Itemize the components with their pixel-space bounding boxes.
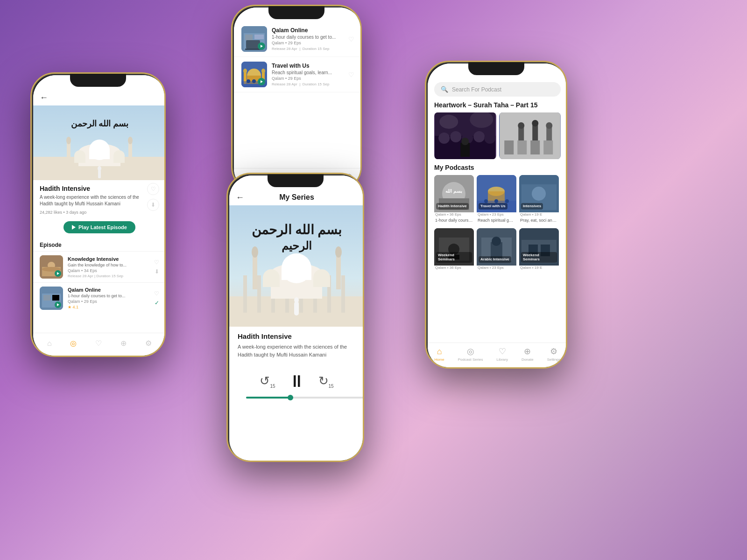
p1-back-button[interactable]: ← — [40, 93, 48, 103]
svg-point-113 — [492, 237, 501, 246]
episode-2-heart-icon[interactable]: ♡ — [154, 290, 159, 297]
p1-hero-image: بسم الله الرحمن — [33, 105, 166, 180]
episode-2-thumbnail — [40, 287, 63, 310]
episode-1-download-icon[interactable]: ⬇ — [155, 268, 159, 275]
p1-nav-donate[interactable]: ⊕ — [120, 339, 127, 348]
play-latest-episode-button[interactable]: Play Latest Episode — [63, 221, 135, 233]
episode-1-play-dot — [55, 270, 61, 277]
p2-screen: Qalam Online 1-hour daily courses to get… — [234, 7, 362, 92]
p4-nav-library[interactable]: ♡ Library — [497, 346, 508, 362]
podcast-2-info: Travel with Us Reach spiritual goals, le… — [272, 63, 344, 86]
podcast-list-item-1[interactable]: Qalam Online 1-hour daily courses to get… — [234, 21, 362, 57]
episode-1-heart-icon[interactable]: ♡ — [154, 259, 159, 266]
podcast-1-info: Qalam Online 1-hour daily courses to get… — [272, 27, 344, 51]
svg-point-100 — [484, 199, 488, 203]
episode-2-check-icon[interactable]: ✓ — [155, 300, 159, 306]
svg-point-75 — [484, 133, 495, 144]
p1-podcast-desc: A week-long experience with the sciences… — [40, 194, 142, 207]
p4-nav-podcast-series[interactable]: ◎ Podcast Series — [458, 346, 483, 362]
p4-podcast-label: Podcast Series — [458, 357, 483, 362]
p4-podcast-image-6: Weekend Seminars — [519, 228, 559, 266]
p4-podcast-2-eps: Qalam • 23 Eps — [477, 212, 516, 217]
phone-2-notch — [268, 6, 324, 19]
podcast-2-heart[interactable]: ♡ — [348, 71, 354, 78]
podcast-1-desc: 1-hour daily courses to get to... — [272, 35, 344, 40]
svg-point-38 — [261, 69, 265, 73]
p4-podcast-card-5[interactable]: Arabic Intensive Qalam • 23 Eps — [477, 228, 516, 270]
p4-podcast-5-label: Arabic Intensive — [479, 256, 511, 263]
episode-2-sub: Qalam • 29 Eps — [68, 299, 149, 304]
p3-forward-button[interactable]: ↻15 — [318, 374, 334, 389]
episode-1-actions: ♡ ⬇ — [154, 259, 159, 275]
svg-point-91 — [546, 122, 552, 129]
svg-text:بسم الله الرحمن: بسم الله الرحمن — [252, 223, 342, 238]
episode-item-2[interactable]: Qalam Online 1-hour daily courses to get… — [33, 282, 166, 314]
p4-nav-home[interactable]: ⌂ Home — [434, 347, 444, 362]
phone-3-notch — [268, 174, 324, 187]
svg-point-77 — [461, 138, 469, 145]
podcast-1-title: Qalam Online — [272, 27, 344, 34]
p4-home-label: Home — [434, 357, 444, 362]
p4-podcast-card-3[interactable]: Intensives Qalam • 19 E Pray, eat, soci … — [519, 175, 559, 224]
episode-item-1[interactable]: Knowledge Intensive Gain the knowledge o… — [33, 251, 166, 282]
p1-nav-library[interactable]: ♡ — [95, 339, 102, 348]
p4-podcast-4-label: Weekend Seminars — [436, 252, 472, 263]
p4-nav-donate[interactable]: ⊕ Donate — [521, 346, 534, 362]
p3-progress-bar[interactable] — [246, 397, 364, 399]
p3-header: ← My Series — [229, 190, 364, 205]
podcast-list-item-2[interactable]: Travel with Us Reach spiritual goals, le… — [234, 57, 362, 92]
p1-like-button[interactable]: ♡ — [147, 183, 159, 195]
p4-nav-settings[interactable]: ⚙ Settings — [547, 346, 561, 362]
p1-nav-home[interactable]: ⌂ — [47, 339, 52, 348]
svg-point-87 — [518, 122, 524, 129]
p4-donate-icon: ⊕ — [524, 346, 531, 357]
p3-screen: ← My Series — [229, 175, 364, 399]
play-icon — [72, 225, 76, 230]
p4-podcast-card-4[interactable]: Weekend Seminars Qalam • 36 Eps — [434, 228, 474, 270]
p4-podcast-1-label: Hadith Intensive — [436, 203, 469, 210]
p3-hero: بسم الله الرحمن الرحيم — [229, 205, 364, 327]
svg-rect-85 — [543, 140, 553, 154]
svg-rect-58 — [263, 278, 280, 287]
svg-point-78 — [439, 115, 458, 129]
phone-4-notch — [468, 62, 524, 75]
p4-podcast-card-6[interactable]: Weekend Seminars Qalam • 19 E — [519, 228, 559, 270]
p4-search-bar[interactable]: 🔍 Search For Podcast — [434, 82, 561, 97]
p4-bottom-nav: ⌂ Home ◎ Podcast Series ♡ Library ⊕ Dona… — [428, 343, 567, 369]
p3-pause-button[interactable]: ⏸ — [289, 371, 305, 391]
p4-settings-label: Settings — [547, 357, 561, 362]
p4-podcast-6-label: Weekend Seminars — [521, 252, 557, 263]
p4-podcast-4-badge: Weekend Seminars — [436, 252, 472, 263]
p1-nav-settings[interactable]: ⚙ — [145, 339, 152, 348]
svg-rect-7 — [74, 156, 85, 163]
podcast-1-sub: Qalam • 29 Eps — [272, 41, 344, 45]
p3-progress-container — [229, 397, 364, 399]
p4-library-icon: ♡ — [499, 346, 506, 357]
p1-download-button[interactable]: ⬇ — [147, 199, 159, 211]
svg-point-64 — [335, 246, 342, 258]
p4-podcast-1-badge: Hadith Intensive — [436, 203, 472, 210]
play-button-label: Play Latest Episode — [78, 224, 127, 230]
svg-point-89 — [532, 120, 538, 126]
p4-podcast-card-1[interactable]: بسم الله Hadith Intensive Qalam • 36 Eps… — [434, 175, 474, 224]
svg-point-105 — [532, 187, 546, 201]
p1-podcast-title: Hadith Intensive — [40, 185, 142, 192]
svg-rect-24 — [52, 295, 59, 301]
p4-podcasts-row-2: Weekend Seminars Qalam • 36 Eps — [428, 228, 567, 274]
p3-podcast-title: Hadith Intensive — [238, 332, 356, 340]
svg-point-102 — [505, 199, 509, 203]
podcast-1-heart[interactable]: ♡ — [348, 35, 354, 43]
podcast-1-date: Release 28 Apr | Duration 15 Sep — [272, 47, 344, 51]
svg-point-74 — [473, 131, 485, 142]
p3-rewind-button[interactable]: ↺15 — [260, 374, 275, 389]
p1-nav-podcast[interactable]: ◎ — [70, 339, 77, 348]
p4-podcast-3-badge: Intensives — [521, 203, 557, 210]
p4-podcast-3-desc: Pray, eat, soci and learn tog... — [519, 218, 559, 224]
episode-1-sub: Qalam • 34 Eps — [68, 268, 149, 273]
p4-podcast-image-2: Travel with Us — [477, 175, 516, 212]
p4-podcast-card-2[interactable]: Travel with Us Qalam • 23 Eps Reach spir… — [477, 175, 516, 224]
p3-back-button[interactable]: ← — [236, 193, 244, 203]
episode-2-rating: ★ 4.1 — [68, 305, 149, 309]
svg-rect-45 — [243, 275, 247, 313]
p4-my-podcasts-title: My Podcasts — [428, 164, 567, 175]
